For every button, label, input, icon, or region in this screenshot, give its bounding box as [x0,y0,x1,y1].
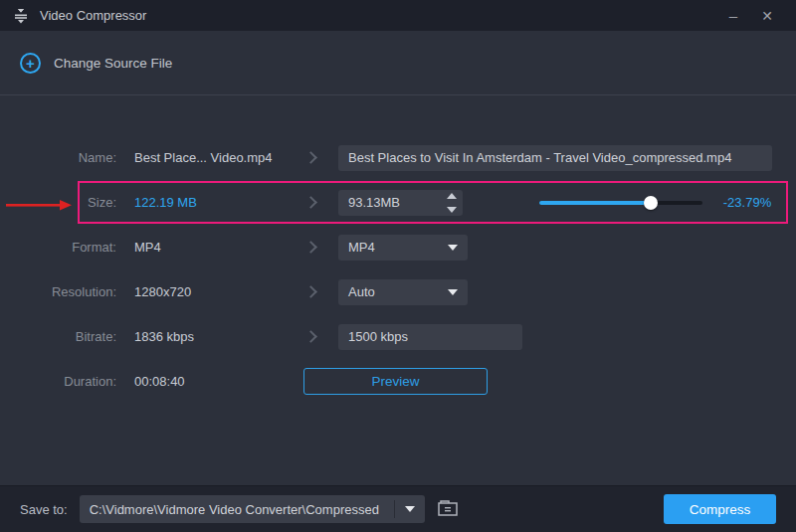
size-slider[interactable] [539,196,702,210]
size-source-value: 122.19 MB [134,195,284,210]
plus-circle-icon[interactable]: + [20,53,41,74]
size-reduction-percent: -23.79% [716,195,778,210]
target-size-input[interactable] [338,190,463,216]
duration-label: Duration: [0,374,116,389]
resolution-selected-value: Auto [348,284,375,299]
footer-bar: Save to: C:\Vidmore\Vidmore Video Conver… [0,485,796,532]
bitrate-source-value: 1836 kbps [134,329,284,344]
resolution-source-value: 1280x720 [134,284,284,299]
duration-row: Duration: 00:08:40 Preview [0,359,796,404]
format-dropdown[interactable]: MP4 [338,235,468,261]
compressor-settings-panel: Name: Best Place... Video.mp4 Size: 122.… [0,95,796,485]
close-button[interactable]: ✕ [750,0,784,31]
compress-button[interactable]: Compress [664,494,776,524]
title-bar: Video Compressor – ✕ [0,0,796,31]
resolution-row: Resolution: 1280x720 Auto [0,269,796,314]
name-row: Name: Best Place... Video.mp4 [0,135,796,180]
source-toolbar: + Change Source File [0,31,796,95]
chevron-right-icon [304,196,317,209]
minimize-button[interactable]: – [716,0,750,31]
compressor-app-icon [12,7,30,25]
output-name-input[interactable] [338,145,772,171]
save-to-label: Save to: [20,502,68,517]
name-label: Name: [0,150,116,165]
resolution-dropdown[interactable]: Auto [338,279,468,305]
bitrate-label: Bitrate: [0,329,116,344]
save-path-value: C:\Vidmore\Vidmore Video Converter\Compr… [80,502,394,517]
size-step-up-icon[interactable] [447,193,457,199]
size-row: Size: 122.19 MB -23.79% [0,180,796,225]
size-slider-fill [539,201,651,205]
window-title: Video Compressor [40,8,146,23]
chevron-right-icon [304,241,317,254]
format-label: Format: [0,240,116,255]
preview-button[interactable]: Preview [303,368,488,395]
annotation-arrow-icon [6,197,72,215]
size-step-down-icon[interactable] [447,207,457,213]
open-folder-button[interactable] [433,495,463,523]
resolution-label: Resolution: [0,284,116,299]
dropdown-arrow-icon [448,289,458,295]
change-source-file-button[interactable]: Change Source File [54,56,172,71]
dropdown-arrow-icon [448,245,458,251]
size-spinner [338,190,463,216]
format-source-value: MP4 [134,240,284,255]
bitrate-input[interactable] [338,324,522,350]
bitrate-row: Bitrate: 1836 kbps [0,314,796,359]
duration-value: 00:08:40 [134,374,284,389]
save-path-combo[interactable]: C:\Vidmore\Vidmore Video Converter\Compr… [80,495,425,523]
folder-icon [437,499,459,520]
chevron-right-icon [304,151,317,164]
format-selected-value: MP4 [348,240,375,255]
size-slider-thumb[interactable] [644,196,658,210]
path-dropdown-arrow-icon[interactable] [405,506,415,512]
chevron-right-icon [304,285,317,298]
chevron-right-icon [304,330,317,343]
format-row: Format: MP4 MP4 [0,225,796,269]
name-source-value: Best Place... Video.mp4 [134,150,284,165]
